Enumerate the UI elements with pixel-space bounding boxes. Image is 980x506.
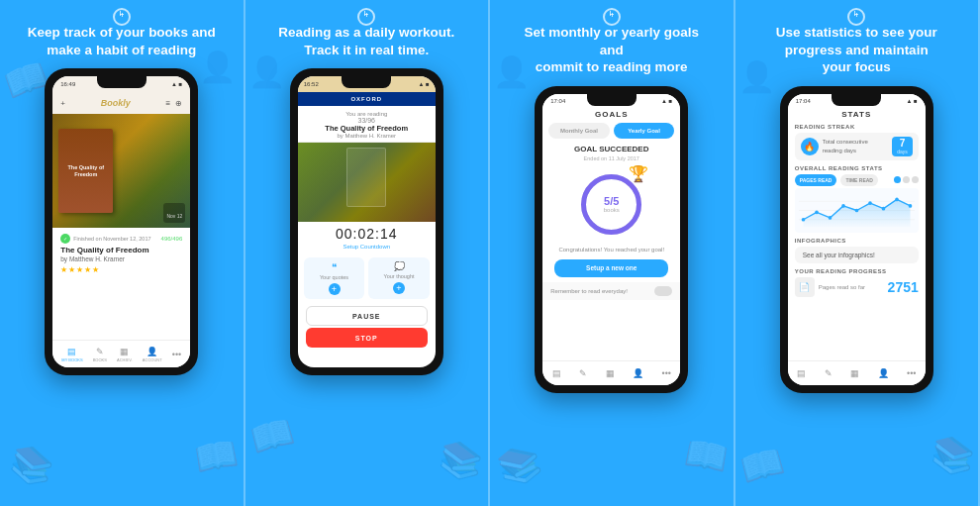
phone-1-notch bbox=[97, 76, 147, 88]
s3-tabs: Monthly Goal Yearly Goal bbox=[542, 121, 680, 141]
s3-yearly-label: Yearly Goal bbox=[628, 128, 660, 134]
nav-account[interactable]: 👤 ACCOUNT bbox=[143, 347, 162, 362]
s3-nav-5[interactable]: ••• bbox=[662, 368, 671, 378]
s1-book-cover: The Quality of Freedom Nov 12 bbox=[52, 114, 190, 228]
s4-progress-box: 📄 Pages read so far 2751 bbox=[795, 277, 919, 297]
s4-dot-1 bbox=[903, 176, 910, 183]
s3-setup-new-btn[interactable]: Setup a new one bbox=[554, 259, 668, 277]
s2-oxford: OXFORD bbox=[350, 96, 382, 102]
s2-pages: 33/96 bbox=[304, 117, 430, 124]
s4-pages-tab[interactable]: PAGES READ bbox=[795, 174, 837, 186]
s4-nav-3[interactable]: ▦ bbox=[850, 368, 859, 378]
phone-2: 16:52 ▲ ■ OXFORD You are reading 33/96 T… bbox=[290, 68, 443, 375]
s1-date-text: Nov 12 bbox=[166, 213, 182, 219]
s3-progress-unit: books bbox=[604, 207, 620, 213]
phone-3: 17:04 ▲ ■ GOALS Monthly Goal Yearly Goal… bbox=[535, 86, 688, 393]
s4-infographics-box[interactable]: See all your infographics! bbox=[795, 247, 919, 263]
nav-more[interactable]: ••• bbox=[172, 350, 181, 359]
s4-nav-2[interactable]: ✎ bbox=[825, 368, 833, 378]
s1-stars: ★★★★★ bbox=[60, 265, 182, 274]
s1-icons: ▲ ■ bbox=[171, 81, 182, 87]
s2-add-quote-btn[interactable]: + bbox=[329, 283, 341, 295]
s2-stop-button[interactable]: STOP bbox=[306, 328, 428, 348]
s3-toggle[interactable] bbox=[654, 286, 672, 296]
s1-finished-date: Finished on November 12, 2017 bbox=[73, 236, 150, 242]
s2-thought-icon: 💭 bbox=[394, 261, 405, 271]
s2-quote-label: Your quotes bbox=[320, 274, 348, 280]
s3-yearly-tab[interactable]: Yearly Goal bbox=[614, 123, 675, 139]
s1-search-icon[interactable]: ⊕ bbox=[175, 99, 182, 108]
deco-book-6: 📚 bbox=[493, 441, 545, 491]
panel-2: 👤 📚 📖 Reading as a daily workout. Track … bbox=[245, 0, 491, 506]
s4-infographics-section: INFOGRAPHICS See all your infographics! bbox=[788, 236, 926, 266]
s3-nav-4[interactable]: 👤 bbox=[633, 368, 643, 378]
s4-nav-4[interactable]: 👤 bbox=[878, 368, 889, 378]
nav-achievements[interactable]: ▦ ACHIEV. bbox=[117, 347, 133, 362]
s3-nav-3[interactable]: ▦ bbox=[606, 368, 615, 378]
nav-my-books[interactable]: ▤ MY BOOKS bbox=[61, 347, 82, 362]
nav-edit-icon: ✎ bbox=[96, 347, 104, 356]
s2-quotes-box[interactable]: ❝ Your quotes + bbox=[304, 257, 365, 299]
deco-book-2: 📚 bbox=[5, 441, 57, 491]
s4-nav-5[interactable]: ••• bbox=[907, 368, 916, 378]
deco-person-4: 👤 bbox=[738, 59, 775, 94]
s2-timer: 00:02:14 bbox=[304, 226, 430, 242]
s1-menu-icon[interactable]: ≡ bbox=[166, 99, 171, 108]
nav-books[interactable]: ✎ BOOKS bbox=[93, 347, 107, 362]
s2-setup[interactable]: Setup Countdown bbox=[304, 244, 430, 250]
panel-3-title: Set monthly or yearly goals and commit t… bbox=[513, 24, 711, 76]
svg-point-9 bbox=[854, 208, 858, 212]
s4-stat-tabs: PAGES READ TIME READ bbox=[795, 174, 919, 186]
s4-time: 17:04 bbox=[796, 98, 811, 104]
s4-dot-active bbox=[894, 176, 901, 183]
deco-person-2: 👤 bbox=[248, 54, 285, 89]
s3-nav-1[interactable]: ▤ bbox=[552, 368, 561, 378]
s4-streak-label: Total consecutive reading days bbox=[823, 138, 888, 154]
s1-bottom-nav: ▤ MY BOOKS ✎ BOOKS ▦ ACHIEV. 👤 ACCOUNT •… bbox=[52, 340, 190, 367]
s3-monthly-label: Monthly Goal bbox=[560, 128, 598, 134]
nav-books-label: MY BOOKS bbox=[61, 357, 82, 362]
s4-infographics-label: See all your infographics! bbox=[803, 252, 875, 258]
s3-monthly-tab[interactable]: Monthly Goal bbox=[548, 123, 610, 139]
s1-header: + Bookly ≡ ⊕ bbox=[52, 92, 190, 114]
deco-book-7: 📖 bbox=[681, 432, 731, 479]
s2-quote-icon: ❝ bbox=[332, 261, 337, 272]
s1-progress: 496/496 bbox=[161, 236, 183, 242]
s3-circle-container: 5/5 books 🏆 bbox=[579, 172, 643, 237]
s2-pause-button[interactable]: PAUSE bbox=[306, 306, 428, 326]
s1-plus-icon[interactable]: + bbox=[60, 99, 65, 108]
s3-circle-area: 5/5 books 🏆 bbox=[542, 164, 680, 245]
panel-4: 👤 📚 📖 Use statistics to see your progres… bbox=[735, 0, 981, 506]
s2-pause-label: PAUSE bbox=[352, 313, 381, 320]
s4-days-label: days bbox=[897, 149, 908, 154]
s4-overall-title: OVERALL READING STATS bbox=[795, 165, 919, 171]
s4-streak-section: READING STREAK 🔥 Total consecutive readi… bbox=[788, 121, 926, 163]
s3-nav-2[interactable]: ✎ bbox=[579, 368, 587, 378]
s3-bottom-nav: ▤ ✎ ▦ 👤 ••• bbox=[542, 360, 680, 385]
s4-nav-1[interactable]: ▤ bbox=[797, 368, 806, 378]
s4-streak-title: READING STREAK bbox=[795, 124, 919, 130]
s2-reading-section: You are reading 33/96 The Quality of Fre… bbox=[298, 106, 436, 143]
s1-appname: Bookly bbox=[101, 98, 131, 108]
s4-days-badge: 7 days bbox=[892, 137, 913, 156]
s4-time-tab[interactable]: TIME READ bbox=[840, 174, 878, 186]
s4-pages-icon: 📄 bbox=[795, 277, 815, 297]
s4-pages-count: 2751 bbox=[888, 279, 919, 295]
s2-thoughts-box[interactable]: 💭 Your thought + bbox=[368, 257, 430, 299]
s2-book-image bbox=[298, 143, 436, 222]
deco-book-9: 📖 bbox=[735, 441, 788, 491]
svg-point-10 bbox=[868, 201, 872, 205]
phone-1: 16:49 ▲ ■ + Bookly ≡ ⊕ The Quality of Fr… bbox=[45, 68, 198, 375]
s3-ended-on: Ended on 11 July 2017 bbox=[542, 155, 680, 164]
s2-book-shape bbox=[346, 148, 386, 207]
s1-author: by Matthew H. Kramer bbox=[60, 255, 182, 262]
s2-title: The Quality of Freedom bbox=[304, 124, 430, 133]
s2-add-thought-btn[interactable]: + bbox=[393, 282, 405, 294]
s4-chart: 7 days 14 days 31 days bbox=[795, 188, 919, 233]
s4-overall-section: OVERALL READING STATS PAGES READ TIME RE… bbox=[788, 163, 926, 236]
deco-book-5: 📖 bbox=[245, 411, 298, 461]
phone-3-notch bbox=[587, 94, 637, 106]
s3-remember-row: Remember to read everyday! bbox=[542, 282, 680, 300]
s1-date: Nov 12 bbox=[163, 203, 185, 223]
svg-point-12 bbox=[895, 197, 899, 201]
